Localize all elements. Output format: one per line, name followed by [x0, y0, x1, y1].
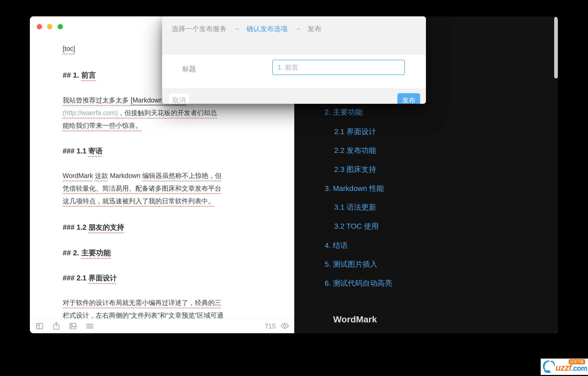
publish-form: 标题 1. 前言	[162, 54, 426, 88]
toc-link[interactable]: 2.3 图床支持	[334, 164, 376, 175]
editor-text: 编辑器虽然称不上惊艳，但	[142, 172, 222, 179]
editor-text: WordMark	[63, 172, 93, 179]
toc-link[interactable]: 6. 测试代码自动高亮	[325, 278, 392, 288]
toc-link[interactable]: 3. Markdown 性能	[325, 184, 384, 194]
editor-heading-line: ## 1. 前言	[63, 70, 96, 80]
editor-text	[93, 172, 95, 179]
editor-heading-line: ### 1.1 寄语	[63, 146, 103, 156]
editor-text: ## 2.	[63, 249, 81, 257]
editor-text-line: [toc]	[63, 45, 75, 53]
toc-link[interactable]: 5. 测试图片插入	[325, 259, 377, 269]
editor-text: ，但接触到天花板的开发者们却总	[118, 109, 217, 116]
toc-link[interactable]: 3.1 语法更新	[334, 202, 376, 212]
editor-text: 这几项特点，就迅速被列入了我的日常软件列表中。	[63, 197, 215, 205]
editor-text: ### 1.1	[63, 147, 89, 155]
publish-step[interactable]: 确认发布选项	[246, 24, 288, 34]
eye-icon[interactable]	[280, 322, 289, 331]
toc-link[interactable]: 2. 主要功能	[325, 107, 362, 117]
editor-heading-line: ## 2. 主要功能	[63, 248, 111, 258]
editor-heading-line: ### 1.2 朋友的支持	[63, 223, 124, 232]
arrow-right-icon: →	[294, 24, 301, 31]
publish-dialog: 选择一个发布服务→确认发布选项→发布 标题 1. 前言 取消 发布	[162, 16, 426, 104]
publish-step[interactable]: 发布	[307, 24, 321, 34]
publish-step[interactable]: 选择一个发布服务	[172, 24, 227, 34]
editor-text: [toc]	[63, 45, 75, 52]
editor-text: 朋友的支持	[89, 223, 124, 231]
editor-text: 能给我们带来一些小惊喜。	[63, 122, 142, 129]
editor-text-line: (http://waerfa.com)，但接触到天花板的开发者们却总	[63, 109, 217, 117]
editor-text-line: 能给我们带来一些小惊喜。	[63, 121, 142, 130]
editor-text: 寄语	[89, 147, 103, 155]
share-icon[interactable]	[53, 322, 60, 330]
publish-button[interactable]: 发布	[397, 93, 420, 104]
site-watermark: uzzf.com 乐游下载	[541, 359, 588, 375]
editor-text: 对于软件的设计布局就无需小编再过详述了，经典的三	[63, 299, 221, 306]
editor-text: ### 2.1	[63, 274, 89, 282]
toc-link[interactable]: 3.2 TOC 使用	[334, 221, 379, 231]
editor-text: 我站曾推荐过太多太多	[63, 96, 131, 104]
editor-text: ## 1.	[63, 71, 81, 79]
editor-text: 凭借轻量化、简洁易用、配备诸多图床和文章发布平台	[63, 185, 221, 192]
watermark-logo-icon	[541, 359, 557, 375]
editor-text: ### 1.2	[63, 223, 89, 231]
image-icon[interactable]	[70, 323, 76, 329]
title-label: 标题	[182, 64, 196, 74]
preview-scrollbar-thumb[interactable]	[554, 17, 558, 78]
editor-text: 这款	[95, 172, 108, 179]
toc-link[interactable]: 2.1 界面设计	[334, 127, 376, 137]
layout-icon[interactable]	[36, 323, 43, 329]
editor-text: 前言	[81, 71, 96, 79]
word-count: 715	[257, 322, 276, 330]
title-input[interactable]: 1. 前言	[272, 60, 405, 75]
editor-text: 主要功能	[81, 249, 111, 257]
title-input-value: 1. 前言	[278, 64, 298, 71]
editor-text-line: 这几项特点，就迅速被列入了我的日常软件列表中。	[63, 197, 215, 205]
editor-text-line: WordMark 这款 Markdown 编辑器虽然称不上惊艳，但	[63, 171, 222, 180]
editor-text: (http://waerfa.com)	[63, 109, 118, 116]
toc-link[interactable]: 4. 结语	[325, 241, 348, 251]
editor-statusbar: 715	[30, 319, 294, 333]
editor-text: 栏式设计，左右两侧的“文件列表”和“文章预览”区域可通	[63, 312, 223, 319]
preview-partial-heading: WordMark	[333, 314, 377, 325]
editor-text-line: 栏式设计，左右两侧的“文件列表”和“文章预览”区域可通	[63, 311, 223, 319]
cancel-button[interactable]: 取消	[168, 93, 190, 104]
watermark-badge: 乐游下载	[568, 359, 585, 365]
editor-text-line: 对于软件的设计布局就无需小编再过详述了，经典的三	[63, 298, 221, 307]
editor-text-line: 凭借轻量化、简洁易用、配备诸多图床和文章发布平台	[63, 184, 221, 193]
arrow-right-icon: →	[233, 24, 240, 31]
menu-icon[interactable]	[86, 323, 94, 329]
editor-heading-line: ### 2.1 界面设计	[63, 273, 117, 283]
editor-text: 界面设计	[89, 274, 117, 282]
publish-steps-breadcrumb: 选择一个发布服务→确认发布选项→发布	[162, 16, 426, 54]
editor-text: Markdown	[108, 172, 142, 179]
publish-dialog-footer: 取消 发布	[162, 88, 426, 104]
toc-link[interactable]: 2.2 发布功能	[334, 145, 376, 156]
